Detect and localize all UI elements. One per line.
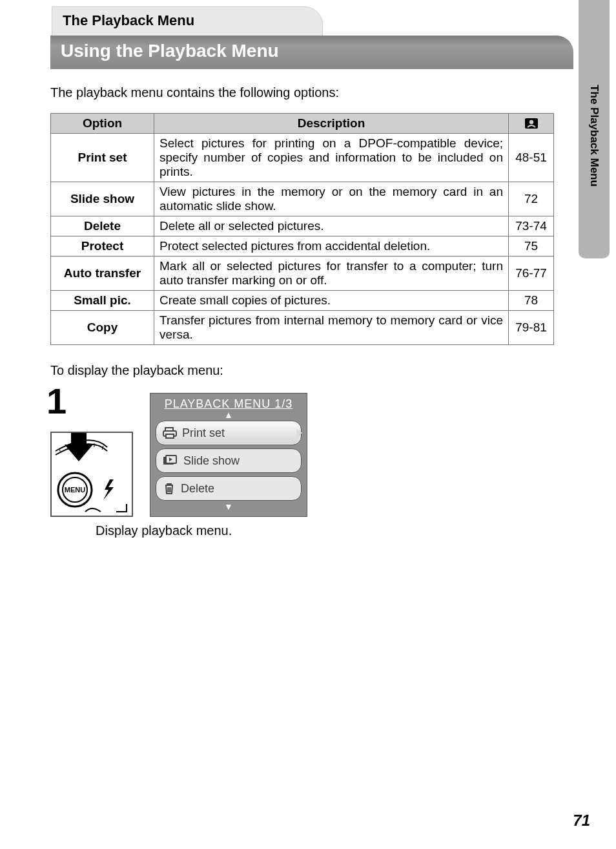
table-row: Small pic. Create small copies of pictur… xyxy=(51,291,554,311)
lcd-title: PLAYBACK MENU 1/3 xyxy=(154,397,303,411)
menu-item-slide-show: Slide show xyxy=(156,448,302,473)
option-page: 72 xyxy=(509,182,554,216)
col-page-ref xyxy=(509,114,554,134)
option-name: Copy xyxy=(51,311,154,345)
flash-icon xyxy=(103,479,114,500)
options-table: Option Description Print set Select pict… xyxy=(50,113,554,345)
svg-point-1 xyxy=(529,120,533,124)
option-page: 76-77 xyxy=(509,257,554,291)
option-desc: Mark all or selected pictures for transf… xyxy=(154,257,509,291)
option-name: Protect xyxy=(51,236,154,257)
option-desc: Transfer pictures from internal memory t… xyxy=(154,311,509,345)
lcd-screen: PLAYBACK MENU 1/3 ▲ Print set Slide show xyxy=(150,393,307,517)
trash-icon xyxy=(163,482,176,495)
option-name: Slide show xyxy=(51,182,154,216)
table-row: Protect Protect selected pictures from a… xyxy=(51,236,554,257)
menu-item-label: Delete xyxy=(181,482,214,496)
col-option: Option xyxy=(51,114,154,134)
option-page: 75 xyxy=(509,236,554,257)
camera-diagram: MENU xyxy=(50,432,133,517)
table-row: Auto transfer Mark all or selected pictu… xyxy=(51,257,554,291)
menu-item-label: Slide show xyxy=(183,454,240,468)
option-desc: Create small copies of pictures. xyxy=(154,291,509,311)
svg-rect-13 xyxy=(166,434,174,438)
option-name: Delete xyxy=(51,216,154,236)
print-icon xyxy=(163,426,177,439)
table-row: Copy Transfer pictures from internal mem… xyxy=(51,311,554,345)
menu-item-print-set: Print set xyxy=(156,421,302,445)
menu-item-delete: Delete xyxy=(156,476,302,501)
option-page: 79-81 xyxy=(509,311,554,345)
table-row: Delete Delete all or selected pictures. … xyxy=(51,216,554,236)
menu-button-label: MENU xyxy=(65,486,85,494)
option-name: Auto transfer xyxy=(51,257,154,291)
table-row: Print set Select pictures for printing o… xyxy=(51,134,554,182)
page-reference-icon xyxy=(524,118,539,129)
option-desc: Select pictures for printing on a DPOF-c… xyxy=(154,134,509,182)
option-desc: Protect selected pictures from accidenta… xyxy=(154,236,509,257)
side-tab-label: The Playback Menu xyxy=(588,85,601,187)
option-desc: Delete all or selected pictures. xyxy=(154,216,509,236)
svg-marker-3 xyxy=(65,445,93,461)
side-tab: The Playback Menu xyxy=(579,0,610,258)
menu-item-label: Print set xyxy=(182,426,225,440)
table-row: Slide show View pictures in the memory o… xyxy=(51,182,554,216)
option-page: 48-51 xyxy=(509,134,554,182)
step-number: 1 xyxy=(46,380,67,422)
option-name: Print set xyxy=(51,134,154,182)
intro-text: The playback menu contains the following… xyxy=(50,85,339,100)
scroll-up-icon: ▲ xyxy=(154,412,303,417)
col-description: Description xyxy=(154,114,509,134)
option-page: 73-74 xyxy=(509,216,554,236)
page-title: Using the Playback Menu xyxy=(50,36,573,69)
option-name: Small pic. xyxy=(51,291,154,311)
option-desc: View pictures in the memory or on the me… xyxy=(154,182,509,216)
option-page: 78 xyxy=(509,291,554,311)
page-number: 71 xyxy=(573,812,590,830)
slideshow-icon xyxy=(163,455,178,466)
scroll-down-icon: ▼ xyxy=(154,504,303,509)
camera-menu-button-illustration: MENU xyxy=(52,433,132,516)
instruction-text: To display the playback menu: xyxy=(50,363,223,378)
section-heading: The Playback Menu xyxy=(52,6,323,36)
step-caption: Display playback menu. xyxy=(96,523,232,538)
